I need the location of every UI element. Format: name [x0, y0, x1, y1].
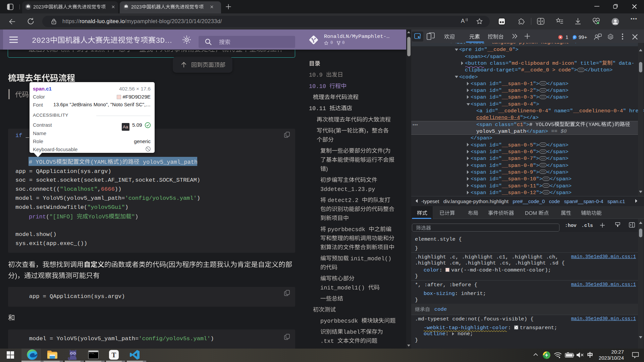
svg-text:C:\>_: C:\>_	[89, 352, 95, 355]
svg-text:T: T	[112, 351, 116, 359]
